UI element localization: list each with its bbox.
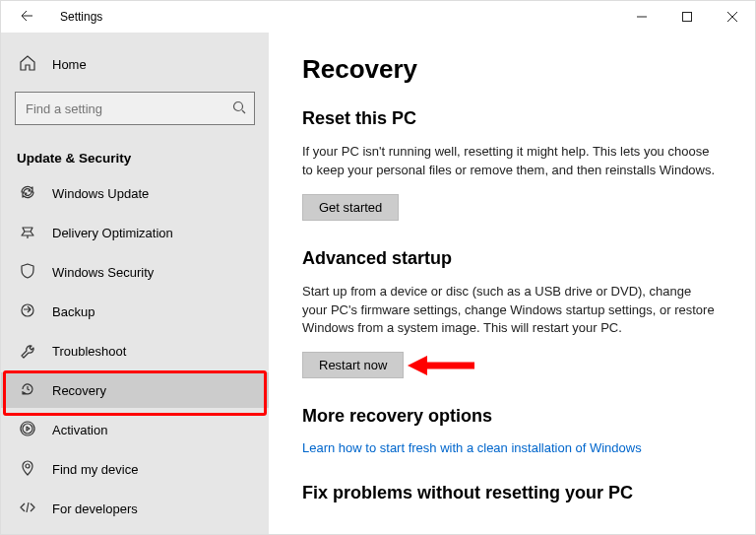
close-button[interactable]: [710, 1, 755, 33]
search-icon: [232, 100, 246, 117]
sidebar: Home Update & Security Windows UpdateDel…: [1, 33, 269, 534]
section-advanced-desc: Start up from a device or disc (such as …: [302, 283, 716, 339]
activation-icon: [19, 420, 36, 440]
sidebar-item-label: Windows Security: [52, 265, 154, 280]
maximize-button[interactable]: [664, 1, 710, 33]
minimize-button[interactable]: [619, 1, 664, 33]
shield-icon: [19, 262, 36, 283]
page-title: Recovery: [302, 54, 722, 85]
section-more-title: More recovery options: [302, 406, 722, 427]
sidebar-item-label: Find my device: [52, 462, 138, 477]
sidebar-item-label: Delivery Optimization: [52, 226, 173, 240]
sidebar-item-label: Troubleshoot: [52, 344, 126, 359]
backup-icon: [19, 301, 36, 322]
sidebar-item-find[interactable]: Find my device: [1, 451, 269, 487]
section-reset-title: Reset this PC: [302, 108, 722, 129]
sidebar-item-label: For developers: [52, 502, 138, 516]
section-fix-title: Fix problems without resetting your PC: [302, 483, 722, 503]
sync-icon: [19, 183, 36, 204]
sidebar-home[interactable]: Home: [1, 46, 269, 82]
svg-point-1: [234, 101, 243, 110]
sidebar-item-backup[interactable]: Backup: [1, 294, 269, 329]
sidebar-item-developer[interactable]: For developers: [1, 491, 269, 526]
recovery-icon: [19, 380, 36, 401]
start-fresh-link[interactable]: Learn how to start fresh with a clean in…: [302, 440, 642, 455]
troubleshoot-icon: [19, 341, 36, 362]
sidebar-group-header: Update & Security: [1, 143, 269, 175]
find-icon: [19, 459, 36, 480]
developer-icon: [19, 499, 36, 519]
section-advanced-title: Advanced startup: [302, 248, 722, 269]
sidebar-item-label: Recovery: [52, 383, 106, 398]
sidebar-item-delivery[interactable]: Delivery Optimization: [1, 215, 269, 250]
sidebar-item-activation[interactable]: Activation: [1, 412, 269, 447]
sidebar-item-label: Windows Update: [52, 186, 149, 201]
annotation-arrow: [408, 352, 476, 379]
titlebar: Settings: [1, 1, 755, 33]
annotation-highlight: [3, 370, 267, 416]
window-title: Settings: [60, 10, 102, 24]
sidebar-item-recovery[interactable]: Recovery: [1, 372, 269, 408]
sidebar-item-troubleshoot[interactable]: Troubleshoot: [1, 333, 269, 368]
search-input[interactable]: [24, 100, 232, 117]
content-fade: [269, 522, 755, 534]
get-started-button[interactable]: Get started: [302, 194, 399, 221]
content-area: Recovery Reset this PC If your PC isn't …: [269, 33, 755, 534]
svg-rect-0: [683, 13, 692, 22]
sidebar-home-label: Home: [52, 57, 87, 72]
section-reset-desc: If your PC isn't running well, resetting…: [302, 143, 716, 180]
restart-now-button[interactable]: Restart now: [302, 352, 404, 378]
sidebar-item-label: Backup: [52, 304, 94, 319]
delivery-icon: [19, 223, 36, 243]
home-icon: [19, 54, 36, 75]
sidebar-item-sync[interactable]: Windows Update: [1, 175, 269, 211]
sidebar-item-label: Activation: [52, 423, 107, 437]
search-box[interactable]: [15, 92, 255, 125]
sidebar-item-shield[interactable]: Windows Security: [1, 254, 269, 290]
back-icon[interactable]: [19, 8, 34, 27]
svg-marker-3: [408, 356, 427, 375]
